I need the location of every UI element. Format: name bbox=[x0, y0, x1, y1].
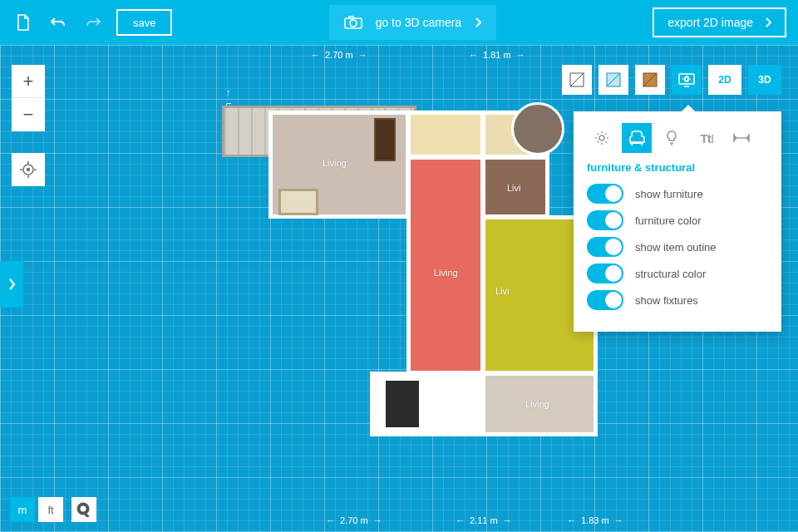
undo-button[interactable] bbox=[47, 11, 70, 34]
zoom-in-button[interactable]: + bbox=[12, 65, 45, 98]
svg-rect-13 bbox=[630, 142, 643, 144]
dim-bot-1: ←2.70 m→ bbox=[326, 515, 382, 525]
chevron-right-icon bbox=[475, 17, 481, 27]
save-button[interactable]: save bbox=[116, 9, 172, 36]
toggle-structural-color[interactable] bbox=[587, 264, 623, 283]
furniture-dark-rug[interactable] bbox=[386, 381, 419, 427]
dim-top-1: ←2.70 m→ bbox=[311, 50, 367, 60]
redo-button[interactable] bbox=[81, 11, 105, 34]
svg-rect-15 bbox=[641, 144, 643, 145]
zoom-controls: + − bbox=[12, 65, 45, 131]
display-settings-button[interactable] bbox=[672, 65, 702, 95]
dim-bot-3: ←1.83 m→ bbox=[567, 515, 623, 525]
toggle-row: furniture color bbox=[587, 210, 768, 230]
view-2d-button[interactable]: 2D bbox=[708, 65, 741, 95]
toggle-furniture-color[interactable] bbox=[587, 210, 623, 230]
locate-button[interactable] bbox=[12, 153, 45, 186]
zoom-out-button[interactable]: − bbox=[12, 98, 45, 131]
dim-bot-2: ←2.11 m→ bbox=[456, 515, 512, 525]
toggle-label: show item outine bbox=[635, 241, 717, 254]
texture-bw-button[interactable] bbox=[562, 65, 592, 95]
svg-point-9 bbox=[27, 169, 30, 171]
svg-rect-2 bbox=[349, 17, 353, 19]
toggle-label: furniture color bbox=[635, 214, 701, 227]
toggle-show-fixtures[interactable] bbox=[587, 290, 623, 310]
toggle-row: show furniture bbox=[587, 184, 768, 204]
furniture-round-table[interactable] bbox=[514, 105, 562, 153]
topbar: save go to 3D camera export 2D image bbox=[0, 0, 798, 45]
camera-label: go to 3D camera bbox=[376, 16, 462, 29]
save-label: save bbox=[133, 17, 155, 29]
expand-sidebar-button[interactable] bbox=[0, 261, 23, 308]
toggle-row: structural color bbox=[587, 264, 768, 283]
view-3d-button[interactable]: 3D bbox=[748, 65, 781, 95]
room-bottom-right[interactable]: Living bbox=[485, 376, 594, 432]
new-file-button[interactable] bbox=[12, 11, 35, 34]
toggle-show-furniture[interactable] bbox=[587, 184, 623, 204]
export-2d-image-button[interactable]: export 2D image bbox=[653, 7, 786, 37]
svg-point-10 bbox=[79, 505, 88, 514]
toggle-label: structural color bbox=[635, 268, 706, 280]
toggle-label: show furniture bbox=[635, 188, 703, 200]
svg-point-12 bbox=[599, 135, 604, 140]
svg-point-1 bbox=[350, 20, 357, 27]
export-label: export 2D image bbox=[667, 16, 753, 29]
units-controls: m ft bbox=[10, 497, 96, 522]
view-controls: 2D 3D bbox=[562, 65, 781, 95]
dim-top-2: ←1.81 m→ bbox=[469, 50, 525, 60]
room-brown[interactable]: Livi bbox=[485, 160, 545, 214]
units-metric-button[interactable]: m bbox=[10, 497, 35, 522]
floorplan-canvas[interactable]: 2D 3D + − m ft ←2.70 m→ ←1.81 m→ ←2.15 m… bbox=[0, 45, 798, 532]
texture-blue-button[interactable] bbox=[598, 65, 628, 95]
popover-tab-general[interactable] bbox=[587, 123, 617, 153]
room-red[interactable]: Living bbox=[411, 160, 480, 371]
units-imperial-button[interactable]: ft bbox=[38, 497, 63, 522]
go-to-3d-camera-button[interactable]: go to 3D camera bbox=[329, 5, 497, 40]
furniture-rug[interactable] bbox=[376, 120, 394, 160]
popover-tab-lighting[interactable] bbox=[657, 123, 687, 153]
popover-tabs: Tt| bbox=[587, 123, 768, 153]
svg-rect-6 bbox=[679, 74, 694, 84]
toggle-row: show item outine bbox=[587, 237, 768, 257]
toggle-show-item-outline[interactable] bbox=[587, 237, 623, 257]
svg-rect-14 bbox=[631, 144, 633, 145]
furniture-frame[interactable] bbox=[281, 191, 316, 213]
chevron-right-icon bbox=[765, 17, 771, 27]
search-button[interactable] bbox=[71, 497, 96, 522]
popover-tab-dimensions[interactable] bbox=[727, 123, 756, 153]
popover-tab-furniture[interactable] bbox=[622, 123, 652, 153]
texture-wood-button[interactable] bbox=[635, 65, 665, 95]
toggle-row: show fixtures bbox=[587, 290, 768, 310]
popover-title: furniture & structural bbox=[587, 161, 768, 174]
camera-icon bbox=[344, 16, 362, 29]
popover-tab-text[interactable]: Tt| bbox=[692, 123, 722, 153]
display-settings-popover: Tt| furniture & structural show furnitur… bbox=[574, 111, 781, 332]
toggle-label: show fixtures bbox=[635, 294, 698, 307]
room-top-2[interactable] bbox=[411, 115, 480, 155]
